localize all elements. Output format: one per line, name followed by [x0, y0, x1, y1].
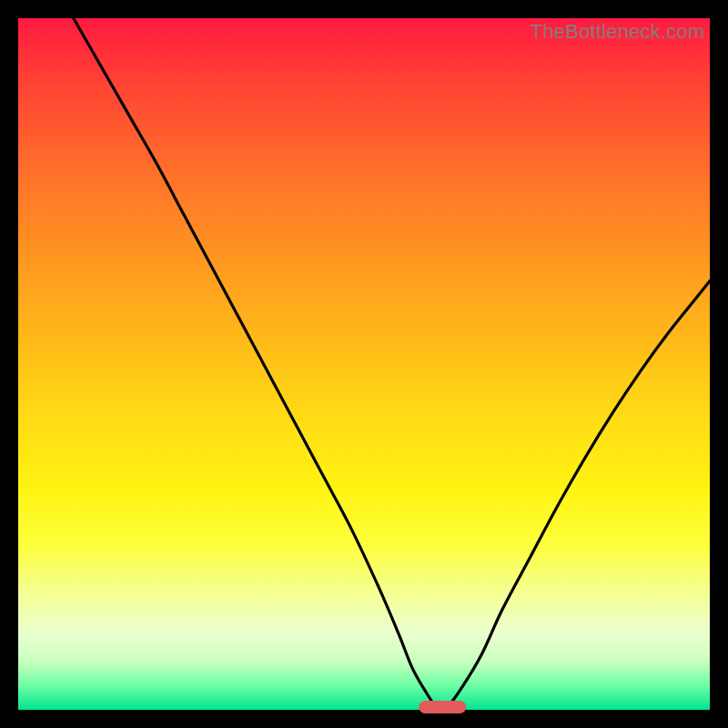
- bottleneck-curve-path: [74, 18, 710, 709]
- plot-area: TheBottleneck.com: [18, 18, 710, 710]
- optimum-marker: [419, 701, 466, 713]
- chart-frame: TheBottleneck.com: [0, 0, 728, 728]
- curve-svg: [18, 18, 710, 710]
